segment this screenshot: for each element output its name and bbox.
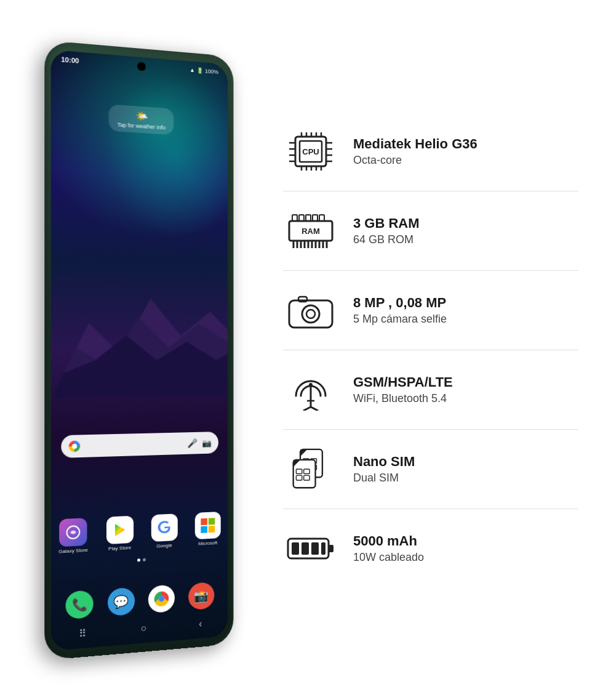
spec-network-subtitle: WiFi, Bluetooth 5.4 — [353, 392, 578, 405]
spec-network-title: GSM/HSPA/LTE — [353, 374, 578, 390]
svg-rect-52 — [298, 297, 307, 302]
spec-row-sim: Nano SIM Dual SIM — [283, 447, 578, 491]
ram-icon-box: RAM — [283, 209, 338, 253]
svg-rect-74 — [311, 542, 319, 555]
sim-icon-svg — [286, 448, 335, 490]
app-microsoft[interactable]: Microsoft — [195, 511, 221, 546]
dock-phone[interactable]: 📞 — [66, 590, 94, 619]
spec-cpu-title: Mediatek Helio G36 — [353, 136, 578, 152]
network-icon-box — [283, 368, 338, 412]
svg-rect-71 — [329, 545, 333, 552]
spec-camera-subtitle: 5 Mp cámara selfie — [353, 313, 578, 326]
google-icon — [151, 513, 178, 541]
svg-line-54 — [303, 407, 311, 411]
ram-icon: RAM — [286, 210, 335, 252]
page-dots — [137, 558, 146, 561]
app-galaxy-store[interactable]: Galaxy Store — [58, 517, 88, 554]
svg-rect-75 — [321, 542, 325, 555]
divider-4 — [283, 429, 578, 430]
svg-point-51 — [306, 310, 315, 318]
spec-text-ram: 3 GB RAM 64 GB ROM — [353, 215, 578, 246]
weather-widget[interactable]: 🌤️ Tap for weather info — [108, 104, 174, 135]
google-search-bar[interactable]: 🎤 📷 — [61, 432, 218, 458]
nav-recent[interactable]: ⠿ — [79, 627, 86, 639]
divider-5 — [283, 509, 578, 509]
microsoft-icon — [195, 511, 221, 539]
play-store-label: Play Store — [108, 544, 131, 551]
spec-cpu-subtitle: Octa-core — [353, 154, 578, 167]
spec-camera-title: 8 MP , 0,08 MP — [353, 295, 578, 311]
svg-line-55 — [311, 407, 318, 411]
spec-text-sim: Nano SIM Dual SIM — [353, 454, 578, 484]
phone-screen-wrapper: 10:00 ▲ 🔋 100% 🌤️ Tap for weather info — [51, 49, 228, 651]
spec-battery-subtitle: 10W cableado — [353, 551, 578, 564]
svg-point-50 — [302, 305, 319, 323]
specs-panel: CPU — [283, 123, 578, 577]
main-container: 10:00 ▲ 🔋 100% 🌤️ Tap for weather info — [0, 0, 603, 700]
mountains-bg — [51, 272, 228, 398]
phone-mockup: 10:00 ▲ 🔋 100% 🌤️ Tap for weather info — [25, 49, 258, 652]
signal-icon-svg — [286, 369, 335, 411]
spec-row-ram: RAM — [283, 209, 578, 253]
spec-row-cpu: CPU — [283, 129, 578, 174]
nav-bar: ⠿ ○ ‹ — [51, 616, 228, 642]
dot-1 — [137, 558, 140, 561]
svg-point-57 — [309, 383, 313, 387]
divider-2 — [283, 270, 578, 271]
svg-rect-7 — [201, 526, 207, 533]
spec-ram-subtitle: 64 GB ROM — [353, 233, 578, 246]
cpu-icon-box: CPU — [283, 129, 338, 174]
svg-text:CPU: CPU — [302, 147, 319, 156]
status-icons: ▲ 🔋 100% — [190, 66, 218, 75]
mic-icon: 🎤 — [187, 438, 197, 448]
spec-ram-title: 3 GB RAM — [353, 215, 578, 231]
galaxy-store-label: Galaxy Store — [58, 547, 88, 554]
dock-chrome[interactable] — [148, 584, 175, 613]
google-logo — [69, 440, 81, 452]
spec-sim-title: Nano SIM — [353, 454, 578, 470]
dock-camera[interactable]: 📸 — [188, 582, 214, 610]
phone-body: 10:00 ▲ 🔋 100% 🌤️ Tap for weather info — [44, 40, 233, 660]
phone-screen: 10:00 ▲ 🔋 100% 🌤️ Tap for weather info — [51, 49, 228, 651]
cpu-icon: CPU — [286, 131, 335, 172]
spec-text-battery: 5000 mAh 10W cableado — [353, 533, 578, 563]
microsoft-label: Microsoft — [198, 539, 217, 546]
galaxy-store-icon — [59, 517, 87, 546]
app-dock: 📞 💬 📸 — [58, 581, 221, 620]
spec-text-cpu: Mediatek Helio G36 Octa-core — [353, 136, 578, 166]
svg-marker-4 — [115, 523, 125, 536]
signal-icon: ▲ — [190, 66, 195, 73]
weather-emoji: 🌤️ — [118, 108, 166, 123]
spec-row-network: GSM/HSPA/LTE WiFi, Bluetooth 5.4 — [283, 368, 578, 412]
battery-icon-box — [283, 526, 338, 571]
battery-icon-svg — [286, 528, 335, 569]
dock-messages[interactable]: 💬 — [108, 587, 135, 616]
app-grid: Galaxy Store — [58, 511, 221, 554]
svg-text:RAM: RAM — [302, 227, 320, 236]
divider-3 — [283, 350, 578, 350]
dot-2 — [143, 558, 146, 561]
battery-icon: 🔋 — [197, 67, 204, 74]
play-store-icon — [106, 515, 133, 544]
google-app-label: Google — [156, 542, 172, 548]
divider-1 — [283, 191, 578, 191]
svg-rect-72 — [292, 542, 299, 555]
svg-rect-5 — [201, 518, 207, 525]
app-play-store[interactable]: Play Store — [106, 515, 133, 552]
nav-home[interactable]: ○ — [140, 622, 146, 635]
camera-icon-box — [283, 288, 338, 332]
sim-icon-box — [283, 447, 338, 491]
svg-marker-59 — [300, 449, 307, 456]
camera-icon-svg — [286, 289, 335, 331]
spec-text-camera: 8 MP , 0,08 MP 5 Mp cámara selfie — [353, 295, 578, 325]
nav-back[interactable]: ‹ — [199, 618, 202, 630]
svg-rect-8 — [209, 525, 215, 532]
spec-row-battery: 5000 mAh 10W cableado — [283, 526, 578, 571]
spec-text-network: GSM/HSPA/LTE WiFi, Bluetooth 5.4 — [353, 374, 578, 404]
app-google[interactable]: Google — [151, 513, 178, 549]
spec-battery-title: 5000 mAh — [353, 533, 578, 549]
lens-icon: 📷 — [202, 438, 211, 447]
spec-sim-subtitle: Dual SIM — [353, 472, 578, 485]
svg-rect-6 — [209, 517, 215, 524]
status-time: 10:00 — [61, 55, 79, 65]
